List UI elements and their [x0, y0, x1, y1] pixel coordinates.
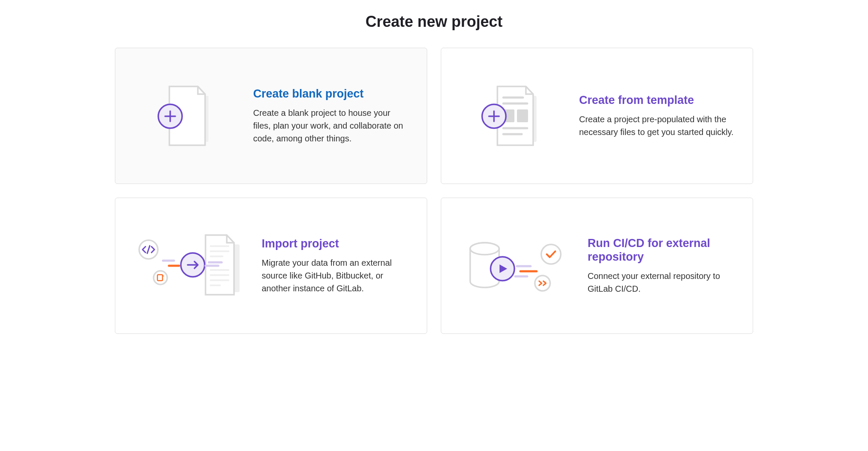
svg-point-38: [541, 244, 561, 264]
page-title: Create new project: [115, 13, 753, 31]
run-cicd-card[interactable]: Run CI/CD for external repository Connec…: [441, 198, 753, 334]
card-title-cicd: Run CI/CD for external repository: [588, 236, 734, 264]
template-icon: [460, 83, 562, 149]
card-title-blank: Create blank project: [253, 87, 408, 101]
import-icon: [134, 232, 245, 300]
svg-point-39: [535, 276, 550, 291]
card-description-cicd: Connect your external repository to GitL…: [588, 270, 734, 295]
svg-rect-8: [517, 109, 528, 122]
card-title-import: Import project: [262, 237, 408, 250]
create-from-template-card[interactable]: Create from template Create a project pr…: [441, 48, 753, 184]
card-description-blank: Create a blank project to house your fil…: [253, 106, 408, 145]
blank-project-icon: [134, 83, 236, 149]
card-description-template: Create a project pre-populated with the …: [579, 113, 734, 138]
import-project-card[interactable]: Import project Migrate your data from an…: [115, 198, 427, 334]
card-title-template: Create from template: [579, 93, 734, 107]
cards-grid: Create blank project Create a blank proj…: [115, 48, 753, 334]
cicd-icon: [460, 234, 571, 298]
svg-point-24: [154, 271, 167, 284]
create-blank-project-card[interactable]: Create blank project Create a blank proj…: [115, 48, 427, 184]
card-description-import: Migrate your data from an external sourc…: [262, 256, 408, 295]
svg-point-33: [470, 243, 499, 255]
